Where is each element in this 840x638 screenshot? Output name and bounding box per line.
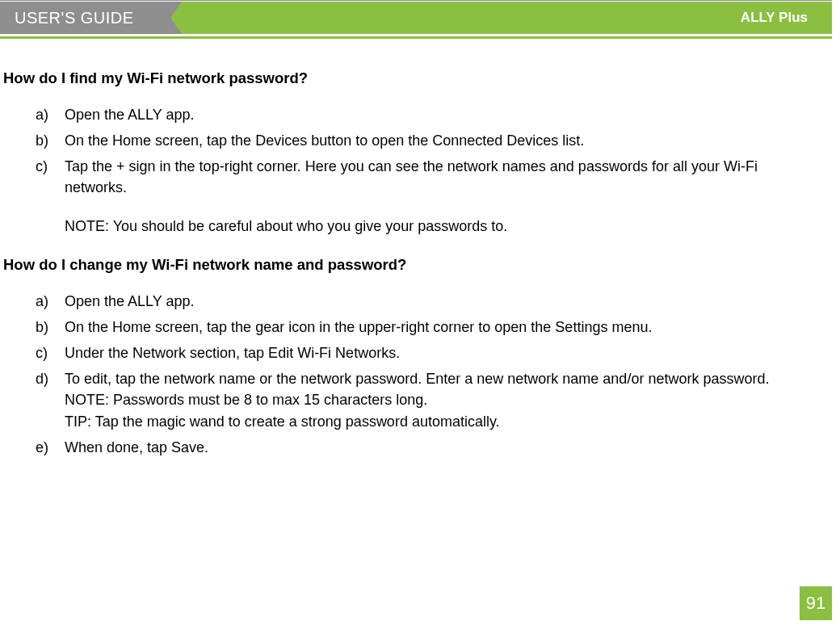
list-item: a) Open the ALLY app.: [36, 104, 824, 125]
tip-text: TIP: Tap the magic wand to create a stro…: [65, 411, 816, 432]
list-text: Tap the + sign in the top-right corner. …: [65, 156, 824, 198]
list-item: b) On the Home screen, tap the gear icon…: [36, 317, 824, 338]
list-item: e) When done, tap Save.: [36, 437, 824, 458]
note-text: NOTE: Passwords must be 8 to max 15 char…: [65, 389, 816, 410]
list-marker: b): [36, 130, 65, 151]
list-text: Open the ALLY app.: [65, 104, 824, 125]
list-marker: c): [36, 156, 65, 198]
list-item: c) Tap the + sign in the top-right corne…: [36, 156, 824, 198]
ordered-list: a) Open the ALLY app. b) On the Home scr…: [3, 104, 824, 198]
list-marker: a): [36, 291, 65, 312]
document-content: How do I find my Wi-Fi network password?…: [0, 39, 840, 458]
header-gray-panel: USER'S GUIDE: [0, 2, 182, 34]
list-text: Under the Network section, tap Edit Wi-F…: [65, 342, 824, 363]
ordered-list: a) Open the ALLY app. b) On the Home scr…: [3, 291, 824, 458]
list-text: On the Home screen, tap the Devices butt…: [65, 130, 824, 151]
document-header: USER'S GUIDE ALLY Plus: [0, 0, 840, 39]
page-number: 91: [800, 586, 832, 620]
list-item: d) To edit, tap the network name or the …: [36, 368, 824, 431]
list-marker: e): [36, 437, 65, 458]
list-text-main: To edit, tap the network name or the net…: [65, 371, 769, 387]
list-item: b) On the Home screen, tap the Devices b…: [36, 130, 824, 151]
note-text: NOTE: You should be careful about who yo…: [3, 216, 824, 237]
list-text: When done, tap Save.: [65, 437, 824, 458]
question-heading: How do I find my Wi-Fi network password?: [3, 68, 824, 90]
list-marker: b): [36, 317, 65, 338]
list-text: Open the ALLY app.: [65, 291, 824, 312]
question-heading: How do I change my Wi-Fi network name an…: [3, 254, 824, 276]
header-top-divider: [0, 0, 832, 1]
guide-label: USER'S GUIDE: [15, 9, 134, 27]
product-label: ALLY Plus: [741, 10, 808, 26]
list-marker: a): [36, 104, 65, 125]
header-bottom-divider: [0, 36, 832, 39]
list-text: To edit, tap the network name or the net…: [65, 368, 824, 431]
list-marker: c): [36, 342, 65, 363]
list-text: On the Home screen, tap the gear icon in…: [65, 317, 824, 338]
list-marker: d): [36, 368, 65, 431]
list-item: a) Open the ALLY app.: [36, 291, 824, 312]
header-green-panel: ALLY Plus: [182, 2, 832, 34]
list-item: c) Under the Network section, tap Edit W…: [36, 342, 824, 363]
